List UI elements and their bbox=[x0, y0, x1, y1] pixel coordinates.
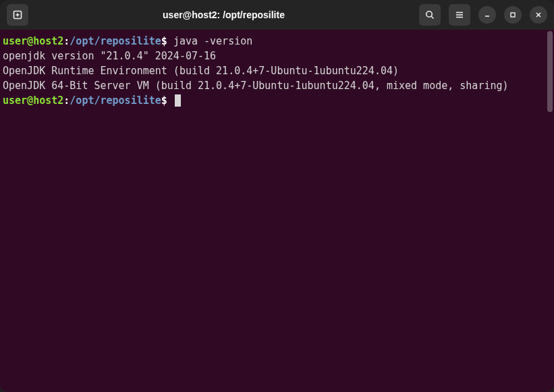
prompt-path: /opt/reposilite bbox=[70, 94, 161, 107]
command-text: java -version bbox=[173, 35, 252, 47]
output-line-3: OpenJDK 64-Bit Server VM (build 21.0.4+7… bbox=[3, 80, 509, 92]
svg-point-3 bbox=[426, 11, 432, 17]
window-title: user@host2: /opt/reposilite bbox=[34, 9, 414, 20]
prompt-user: user@host2 bbox=[3, 94, 63, 107]
titlebar: user@host2: /opt/reposilite bbox=[0, 0, 554, 30]
prompt-dollar: $ bbox=[161, 94, 167, 107]
close-button[interactable] bbox=[530, 6, 547, 24]
new-tab-button[interactable] bbox=[7, 4, 28, 26]
minimize-button[interactable] bbox=[478, 6, 496, 24]
terminal-content: user@host2:/opt/reposilite$ java -versio… bbox=[3, 34, 551, 108]
prompt-user: user@host2 bbox=[3, 35, 63, 47]
prompt-colon: : bbox=[63, 35, 70, 47]
scrollbar[interactable] bbox=[547, 31, 553, 112]
output-line-2: OpenJDK Runtime Environment (build 21.0.… bbox=[3, 65, 399, 77]
svg-rect-9 bbox=[511, 13, 515, 17]
prompt-colon: : bbox=[63, 94, 70, 107]
maximize-button[interactable] bbox=[504, 6, 522, 24]
prompt-dollar: $ bbox=[161, 35, 167, 47]
search-button[interactable] bbox=[419, 4, 441, 26]
output-line-1: openjdk version "21.0.4" 2024-07-16 bbox=[3, 50, 216, 62]
svg-line-4 bbox=[431, 16, 433, 18]
prompt-path: /opt/reposilite bbox=[70, 35, 161, 47]
cursor bbox=[175, 94, 181, 107]
terminal-body[interactable]: user@host2:/opt/reposilite$ java -versio… bbox=[0, 30, 554, 392]
terminal-window: user@host2: /opt/reposilite bbox=[0, 0, 554, 392]
menu-button[interactable] bbox=[449, 4, 470, 26]
